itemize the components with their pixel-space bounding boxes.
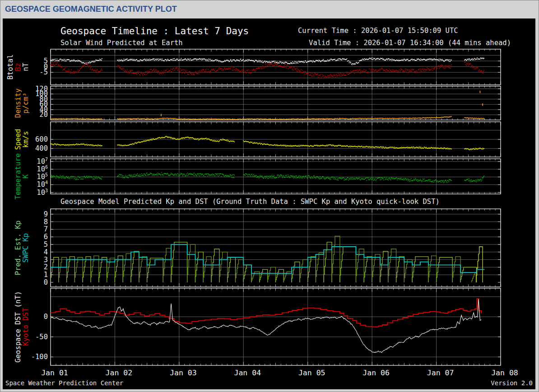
data-point — [247, 176, 248, 177]
data-point — [449, 61, 450, 62]
data-point — [300, 72, 301, 73]
data-point — [296, 178, 297, 179]
data-point — [136, 59, 137, 60]
data-point — [380, 59, 381, 60]
data-point — [155, 70, 156, 71]
data-point — [436, 66, 437, 67]
data-point — [190, 59, 191, 60]
data-point — [392, 59, 393, 60]
data-point — [418, 179, 418, 180]
data-point — [420, 69, 421, 69]
data-point — [229, 176, 230, 177]
data-point — [194, 72, 195, 73]
data-point — [450, 179, 451, 180]
data-point — [210, 60, 211, 61]
data-point — [404, 59, 405, 60]
data-point — [432, 60, 432, 60]
data-point — [206, 69, 207, 69]
data-point — [350, 179, 351, 180]
data-point — [290, 67, 291, 68]
data-point — [199, 70, 200, 71]
data-point — [132, 73, 133, 74]
data-point — [172, 69, 173, 70]
data-point — [319, 77, 320, 78]
data-point — [415, 178, 416, 179]
data-point — [273, 63, 274, 64]
data-point — [145, 60, 146, 61]
data-point — [407, 179, 408, 180]
data-point — [301, 69, 302, 70]
data-point — [98, 177, 99, 178]
data-point — [420, 70, 421, 71]
data-point — [357, 72, 358, 73]
data-point — [273, 178, 274, 179]
data-point — [295, 175, 296, 176]
data-point — [59, 66, 60, 67]
data-point — [274, 61, 274, 62]
valid-time-label: Valid Time : 2026-01-07 16:34:00 (44 min… — [309, 39, 511, 47]
data-point — [139, 175, 140, 176]
data-point — [470, 180, 471, 181]
y-tick-label: 3 — [44, 256, 48, 264]
data-point — [336, 177, 337, 178]
data-point — [167, 60, 168, 60]
data-point — [122, 177, 123, 178]
data-point — [78, 71, 79, 72]
data-point — [283, 67, 284, 68]
pred-kp-line — [51, 258, 59, 282]
data-point — [339, 58, 340, 59]
data-point — [373, 147, 374, 148]
data-point — [469, 180, 470, 181]
data-point — [416, 60, 417, 61]
y-tick-label: 20 — [39, 111, 48, 119]
data-point — [382, 178, 383, 179]
data-point — [242, 69, 242, 70]
data-point — [259, 176, 260, 177]
data-point — [101, 179, 102, 180]
data-point — [198, 73, 199, 74]
data-point — [259, 61, 260, 62]
data-point — [100, 145, 101, 146]
data-point — [470, 60, 471, 60]
data-point — [166, 70, 167, 71]
data-point — [59, 65, 60, 66]
data-point — [94, 179, 95, 180]
data-point — [246, 72, 247, 73]
data-point — [253, 60, 254, 61]
data-point — [153, 58, 154, 59]
data-point — [222, 69, 223, 69]
data-point — [431, 58, 432, 59]
data-point — [65, 145, 65, 146]
data-point — [277, 65, 278, 65]
data-point — [382, 68, 383, 69]
data-point — [330, 60, 331, 60]
data-point — [123, 60, 124, 61]
data-point — [77, 61, 78, 62]
data-point — [141, 173, 142, 174]
data-point — [218, 69, 219, 69]
data-point — [419, 69, 420, 69]
data-point — [93, 144, 93, 145]
data-point — [271, 175, 272, 176]
data-point — [87, 176, 88, 177]
data-point — [483, 118, 484, 119]
data-point — [328, 76, 329, 77]
data-point — [270, 177, 270, 178]
data-point — [69, 177, 70, 178]
data-point — [441, 65, 441, 66]
data-point — [387, 60, 388, 60]
data-point — [357, 147, 358, 148]
data-point — [471, 66, 472, 67]
geospace-dst-line — [51, 299, 481, 353]
data-point — [172, 59, 173, 60]
data-point — [125, 177, 125, 178]
data-point — [408, 179, 409, 180]
data-point — [221, 69, 222, 69]
data-point — [268, 66, 269, 67]
data-point — [294, 177, 295, 178]
data-point — [125, 60, 126, 60]
data-point — [253, 176, 254, 177]
data-point — [338, 180, 339, 180]
data-point — [56, 64, 57, 65]
data-point — [264, 178, 265, 179]
